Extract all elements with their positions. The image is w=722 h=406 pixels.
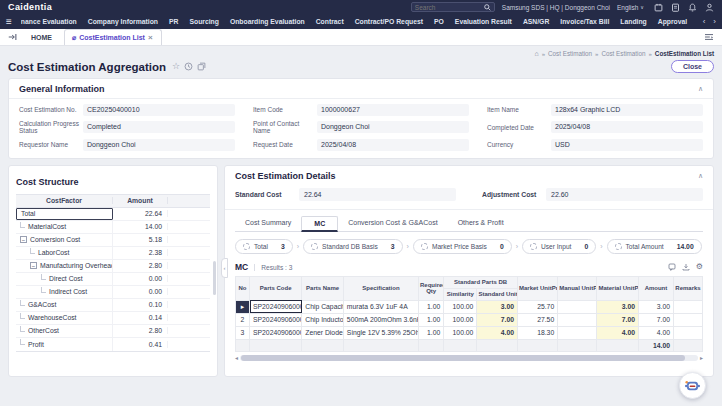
cell-parts-name[interactable]: Chip Capacitor (302, 300, 344, 313)
col-header-market-unitprice[interactable]: Market UnitPrice (518, 276, 558, 300)
menu-item-performance-evaluation[interactable]: nance Evaluation (21, 18, 77, 25)
user-icon[interactable] (705, 3, 714, 12)
selected-row-marker[interactable]: ▸ (236, 300, 250, 313)
breadcrumb-item[interactable]: Cost Estimation (548, 50, 592, 57)
tab-cost-summary[interactable]: Cost Summary (235, 219, 301, 231)
menu-scroll-left-icon[interactable]: ‹ (703, 17, 706, 26)
col-header-standard-unitprice[interactable]: Standard UnitPrice (477, 288, 518, 300)
mc-table-row[interactable]: ▸ SP2024090600004 Chip Capacitor murata … (236, 300, 703, 313)
menu-scroll-right-icon[interactable]: › (713, 17, 716, 26)
cell-manual-unitprice[interactable] (558, 313, 597, 326)
tab-conversion-cost-gacost[interactable]: Conversion Cost & G&ACost (338, 219, 447, 231)
collapse-node-icon[interactable]: − (30, 262, 37, 269)
cost-structure-row-othercost[interactable]: OtherCost 2.80 (16, 325, 210, 338)
menu-item-pr[interactable]: PR (169, 18, 178, 25)
collapse-node-icon[interactable]: − (20, 236, 27, 243)
col-header-material-unitprice[interactable]: Material UnitPrice (597, 276, 639, 300)
cell-parts-code[interactable]: SP2024090600005 (250, 313, 302, 326)
cell-manual-unitprice[interactable] (558, 326, 597, 339)
field-value[interactable]: CE20250400010 (83, 104, 235, 116)
col-header-similarity[interactable]: Similarity (444, 288, 477, 300)
cell-required-qty[interactable]: 1.00 (419, 300, 444, 313)
field-value[interactable]: Donggeon Choi (317, 121, 469, 133)
cell-similarity[interactable]: 100.00 (444, 326, 477, 339)
cell-no[interactable]: 2 (236, 313, 250, 326)
cell-market-unitprice[interactable]: 27.50 (518, 313, 558, 326)
cell-amount[interactable]: 3.00 (638, 300, 673, 313)
cell-remarks[interactable] (673, 313, 702, 326)
comment-icon[interactable] (668, 263, 676, 271)
cell-market-unitprice[interactable]: 25.70 (518, 300, 558, 313)
cell-parts-code[interactable]: SP2024090600008 (250, 326, 302, 339)
col-header-manual-unitprice[interactable]: Manual UnitPrice (558, 276, 597, 300)
menu-item-invoice-tax-bill[interactable]: Invoice/Tax Bill (560, 18, 609, 25)
col-header-parts-code[interactable]: Parts Code (250, 276, 302, 300)
menu-item-asn-gr[interactable]: ASN/GR (523, 18, 549, 25)
menu-item-approval[interactable]: Approval (658, 18, 687, 25)
cell-amount[interactable]: 4.00 (638, 326, 673, 339)
hamburger-icon[interactable]: ≡ (6, 17, 12, 27)
cost-structure-row-total[interactable]: Total 22.64 (16, 208, 210, 221)
scroll-right-icon[interactable]: ▸ (700, 355, 703, 361)
global-search[interactable] (411, 2, 495, 12)
close-button[interactable]: Close (671, 60, 714, 73)
pill-total-amount[interactable]: Total Amount14.00 (607, 239, 702, 254)
field-value[interactable]: USD (551, 139, 703, 151)
pill-market-price-basis[interactable]: Market Price Basis0 (413, 239, 512, 254)
tab-others-profit[interactable]: Others & Profit (448, 219, 514, 231)
cell-parts-code[interactable]: SP2024090600004 (250, 300, 302, 313)
scrollbar-thumb[interactable] (241, 355, 685, 361)
collapse-section-icon[interactable]: ∧ (698, 172, 703, 180)
pill-user-input[interactable]: User Input0 (522, 239, 596, 254)
mc-table-row[interactable]: 3 SP2024090600008 Zener Diode Single 12V… (236, 326, 703, 339)
favorite-star-icon[interactable]: ☆ (172, 62, 180, 71)
cost-structure-row-direct-cost[interactable]: Direct Cost 0.00 (16, 273, 210, 286)
search-input[interactable] (415, 4, 484, 11)
pill-standard-db-basis[interactable]: Standard DB Basis3 (303, 239, 403, 254)
cell-specification[interactable]: 500mA 200mOhm 3.6nH (343, 313, 418, 326)
download-icon[interactable] (682, 263, 690, 271)
scroll-left-icon[interactable]: ◂ (235, 355, 238, 361)
menu-item-evaluation-result[interactable]: Evaluation Result (455, 18, 512, 25)
expand-panel-icon[interactable] (8, 33, 17, 41)
collapse-section-icon[interactable]: ∧ (698, 85, 703, 93)
language-selector[interactable]: English∨ (617, 4, 644, 11)
pill-total[interactable]: Total3 (235, 239, 293, 254)
cost-structure-row-indirect-cost[interactable]: Indirect Cost 0.00 (16, 286, 210, 299)
col-header-no[interactable]: No (236, 276, 250, 300)
standard-cost-value[interactable]: 22.64 (299, 188, 456, 201)
cell-manual-unitprice[interactable] (558, 300, 597, 313)
cell-parts-name[interactable]: Chip Inductor (302, 313, 344, 326)
cell-material-unitprice[interactable]: 4.00 (597, 326, 639, 339)
col-header-parts-name[interactable]: Parts Name (302, 276, 344, 300)
copy-icon[interactable] (197, 62, 206, 71)
field-value[interactable]: 2025/04/08 (551, 121, 703, 133)
cost-structure-row-ga-cost[interactable]: G&ACost 0.10 (16, 299, 210, 312)
cell-standard-unitprice[interactable]: 7.00 (477, 313, 518, 326)
adjustment-cost-value[interactable]: 22.60 (546, 188, 703, 201)
clipboard-icon[interactable] (671, 3, 680, 12)
cell-required-qty[interactable]: 1.00 (419, 313, 444, 326)
cost-structure-row-warehousecost[interactable]: WarehouseCost 0.14 (16, 312, 210, 325)
menu-item-landing[interactable]: Landing (620, 18, 646, 25)
cell-amount[interactable]: 7.00 (638, 313, 673, 326)
row-label[interactable]: Total (16, 208, 113, 220)
settings-gear-icon[interactable]: ⚙ (696, 263, 703, 271)
calendar-icon[interactable] (654, 3, 663, 12)
horizontal-scrollbar[interactable]: ◂ ▸ (235, 355, 703, 362)
tab-cost-estimation-list[interactable]: ⌀ CostEstimation List × (64, 29, 162, 45)
search-icon[interactable] (484, 4, 491, 11)
app-logo[interactable]: Caidentia (8, 2, 52, 12)
field-value[interactable]: 2025/04/08 (317, 139, 469, 151)
cost-structure-row-laborcost[interactable]: LaborCost 2.38 (16, 247, 210, 260)
cell-no[interactable]: 3 (236, 326, 250, 339)
col-header-amount[interactable]: Amount (638, 276, 673, 300)
close-tab-icon[interactable]: × (148, 33, 153, 42)
menu-item-po[interactable]: PO (434, 18, 444, 25)
cost-structure-row-manufacturing-overheadcost[interactable]: −Manufacturing OverheadCost 2.80 (16, 260, 210, 273)
menu-item-onboarding-evaluation[interactable]: Onboarding Evaluation (230, 18, 305, 25)
history-icon[interactable] (184, 62, 193, 71)
cell-material-unitprice[interactable]: 7.00 (597, 313, 639, 326)
menu-item-sourcing[interactable]: Sourcing (189, 18, 218, 25)
field-value[interactable]: Completed (83, 121, 235, 133)
